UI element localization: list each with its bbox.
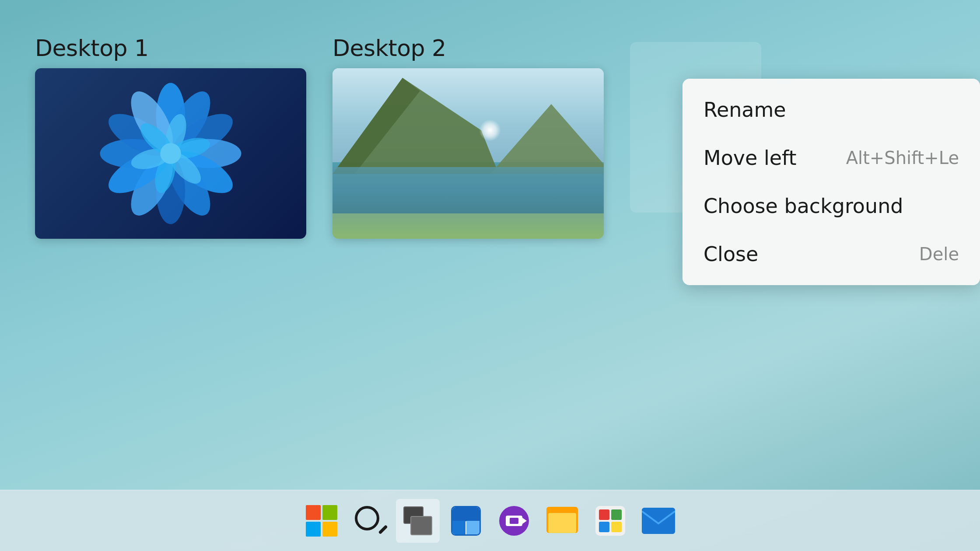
- desktop-2-item[interactable]: Desktop 2: [332, 35, 604, 239]
- taskbar-mail-button[interactable]: [637, 499, 680, 543]
- context-menu-rename[interactable]: Rename: [682, 86, 980, 134]
- close-label: Close: [704, 242, 758, 266]
- teams-camera-body: [506, 516, 522, 526]
- taskbar-search-button[interactable]: [348, 499, 392, 543]
- store-blue: [599, 522, 609, 532]
- mountain-left: [332, 78, 499, 174]
- widgets-bottom-right: [466, 521, 480, 534]
- taskbar-start-button[interactable]: [300, 499, 343, 543]
- store-red: [599, 509, 609, 520]
- files-front: [548, 513, 576, 533]
- taskview-front-window: [410, 516, 432, 535]
- widgets-icon: [451, 506, 481, 536]
- desktop-1-label: Desktop 1: [35, 35, 306, 61]
- win-icon-green: [322, 505, 337, 520]
- context-menu-choose-background[interactable]: Choose background: [682, 182, 980, 230]
- desktop-2-thumbnail[interactable]: [332, 68, 604, 239]
- win-icon-red: [306, 505, 321, 520]
- teams-camera-lens: [510, 518, 518, 524]
- taskbar-widgets-button[interactable]: [444, 499, 488, 543]
- desktop-2-label: Desktop 2: [332, 35, 604, 61]
- win-icon-yellow: [322, 522, 337, 537]
- desktop-1-item[interactable]: Desktop 1: [35, 35, 306, 239]
- svg-marker-21: [490, 104, 604, 174]
- svg-point-18: [160, 143, 181, 164]
- store-green: [611, 509, 622, 520]
- widgets-bottom-left: [452, 521, 466, 534]
- context-menu: Rename Move left Alt+Shift+Le Choose bac…: [682, 79, 980, 285]
- taskview-icon: [403, 506, 432, 535]
- mountain-right: [490, 95, 604, 174]
- store-yellow: [611, 522, 622, 532]
- context-menu-move-left[interactable]: Move left Alt+Shift+Le: [682, 134, 980, 182]
- task-view-area: Desktop 1: [0, 0, 980, 490]
- win-icon-blue: [306, 522, 321, 537]
- teams-camera-wing: [522, 518, 527, 524]
- taskbar-file-explorer-button[interactable]: [540, 499, 584, 543]
- search-circle: [355, 506, 379, 530]
- teams-icon: [499, 506, 529, 536]
- mail-icon: [642, 508, 675, 534]
- taskbar: [0, 490, 980, 551]
- rename-label: Rename: [704, 98, 786, 122]
- landscape-sun: [479, 119, 501, 141]
- store-icon: [595, 506, 625, 536]
- move-left-label: Move left: [704, 146, 796, 170]
- search-icon: [355, 506, 385, 536]
- files-icon: [546, 507, 578, 535]
- mail-envelope-svg: [642, 508, 675, 534]
- taskbar-store-button[interactable]: [588, 499, 632, 543]
- taskbar-taskview-button[interactable]: [396, 499, 440, 543]
- landscape-water: [332, 167, 604, 215]
- windows-start-icon: [306, 505, 337, 537]
- desktop-1-thumbnail[interactable]: [35, 68, 306, 239]
- choose-background-label: Choose background: [704, 194, 903, 218]
- move-left-shortcut: Alt+Shift+Le: [846, 148, 959, 168]
- svg-rect-22: [642, 508, 675, 534]
- win11-bloom-icon: [88, 70, 254, 237]
- context-menu-close[interactable]: Close Dele: [682, 230, 980, 278]
- close-shortcut: Dele: [919, 244, 959, 264]
- widgets-top: [452, 507, 480, 521]
- search-handle: [378, 525, 388, 534]
- taskbar-teams-button[interactable]: [492, 499, 536, 543]
- landscape-ground: [332, 213, 604, 239]
